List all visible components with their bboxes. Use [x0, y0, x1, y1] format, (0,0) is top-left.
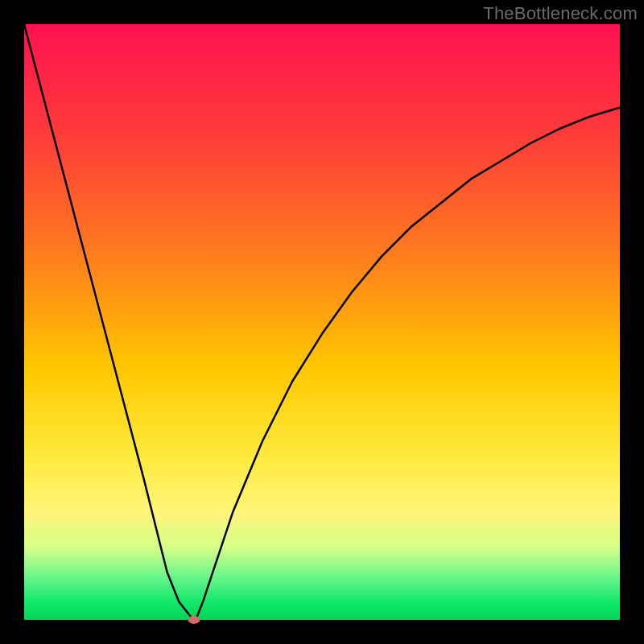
chart-frame: TheBottleneck.com [0, 0, 644, 644]
watermark-text: TheBottleneck.com [483, 3, 638, 24]
plot-area [24, 24, 620, 620]
bottleneck-curve [24, 24, 620, 620]
optimal-point-marker [188, 616, 200, 624]
